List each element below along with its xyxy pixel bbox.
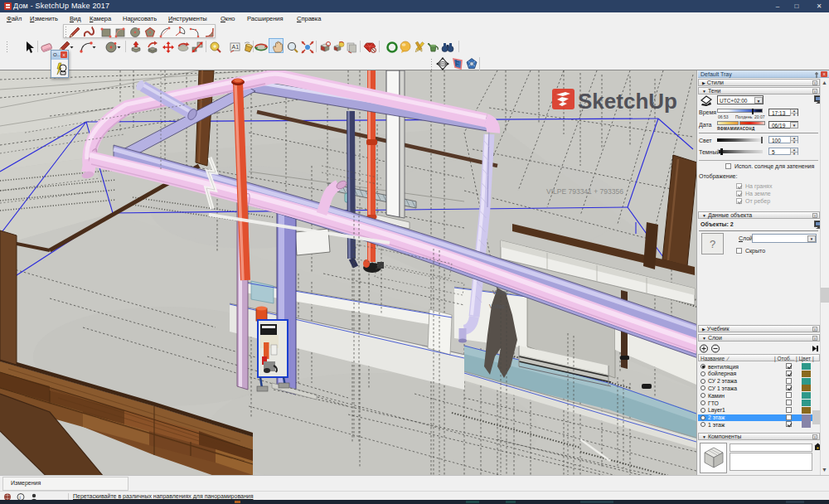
svg-text:VILPE 793341 + 793356: VILPE 793341 + 793356: [546, 187, 623, 196]
svg-text:SketchUp: SketchUp: [578, 89, 677, 114]
svg-text:Volteс: Volteс: [489, 303, 506, 309]
svg-text:Volteс: Volteс: [492, 289, 509, 295]
svg-text:A1: A1: [232, 44, 240, 50]
